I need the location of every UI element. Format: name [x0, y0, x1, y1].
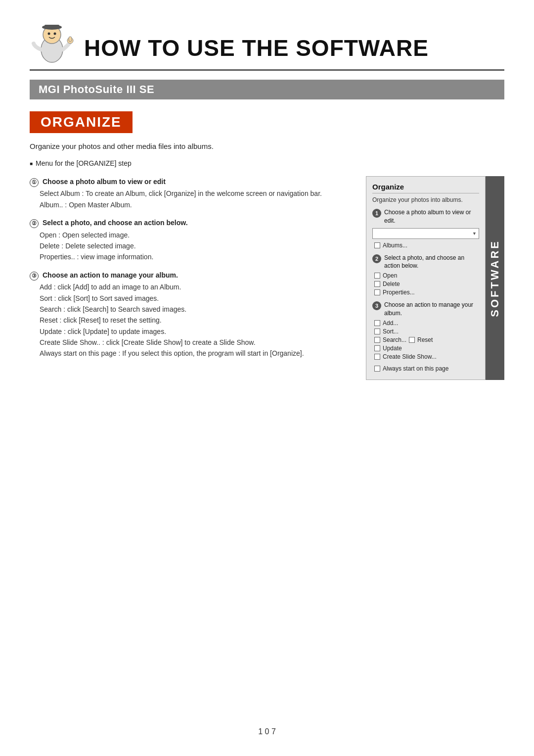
menu-label-text: Menu for the [ORGANIZE] step [36, 159, 132, 167]
instruction-step-3: ③ Choose an action to manage your album.… [30, 270, 351, 359]
update-checkbox[interactable] [374, 345, 380, 351]
step-3-sub-3: Search : click [Search] to Search saved … [40, 304, 351, 315]
sort-label: Sort... [383, 328, 399, 335]
step-2-sub-2: Delete : Delete selected image. [40, 240, 351, 251]
delete-row: Delete [372, 281, 479, 287]
panel-step1-text: Choose a photo album to view or edit. [384, 208, 479, 225]
step-1-sub-1: Select Album : To create an Album, click… [40, 188, 351, 199]
delete-checkbox[interactable] [374, 281, 380, 287]
svg-point-4 [48, 33, 50, 35]
properties-label: Properties... [383, 289, 415, 296]
update-row: Update [372, 345, 479, 352]
always-start-row: Always start on this page [372, 365, 479, 372]
organize-badge: ORGANIZE [30, 111, 133, 133]
step-title-1: Choose a photo album to view or edit [43, 176, 166, 187]
panel-step-2: 2 Select a photo, and choose an action b… [372, 254, 479, 296]
always-start-checkbox[interactable] [374, 366, 380, 372]
main-title: HOW TO USE THE SOFTWARE [84, 35, 429, 64]
add-label: Add... [383, 320, 398, 327]
step-2-sub-1: Open : Open selected image. [40, 230, 351, 240]
instruction-step-1: ① Choose a photo album to view or edit S… [30, 176, 351, 210]
properties-row: Properties... [372, 289, 479, 296]
svg-rect-3 [44, 25, 59, 29]
albums-row: Albums... [372, 242, 479, 249]
step-3-sub-5: Update : click [Update] to update images… [40, 326, 351, 337]
delete-label: Delete [383, 281, 400, 287]
step-3-sub-7: Always start on this page : If you selec… [40, 348, 351, 359]
step-3-sub-1: Add : click [Add] to add an image to an … [40, 282, 351, 292]
open-row: Open [372, 272, 479, 279]
album-dropdown[interactable] [372, 228, 479, 239]
add-row: Add... [372, 320, 479, 327]
software-panel-wrapper: Organize Organize your photos into album… [366, 176, 504, 380]
panel-step2-text: Select a photo, and choose an action bel… [384, 254, 479, 271]
content-area: ① Choose a photo album to view or edit S… [30, 176, 504, 380]
software-tab: SOFTWARE [486, 176, 504, 380]
open-label: Open [383, 272, 397, 279]
panel-step3-text: Choose an action to manage your album. [384, 301, 479, 318]
instruction-step-2: ② Select a photo, and choose an action b… [30, 217, 351, 263]
slideshow-row: Create Slide Show... [372, 353, 479, 360]
slideshow-label: Create Slide Show... [383, 353, 437, 360]
sort-row: Sort... [372, 328, 479, 335]
open-checkbox[interactable] [374, 273, 380, 279]
panel-circle-3: 3 [372, 301, 381, 310]
step-1-subs: Select Album : To create an Album, click… [30, 188, 351, 210]
header: HOW TO USE THE SOFTWARE [30, 20, 504, 71]
step-2-subs: Open : Open selected image. Delete : Del… [30, 230, 351, 263]
page-number: 1 0 7 [258, 727, 276, 736]
reset-label: Reset [417, 336, 433, 343]
update-label: Update [383, 345, 402, 352]
section-title: MGI PhotoSuite III SE [30, 80, 504, 99]
svg-point-5 [54, 33, 56, 35]
slideshow-checkbox[interactable] [374, 354, 380, 360]
svg-rect-7 [69, 37, 72, 42]
panel-step-1: 1 Choose a photo album to view or edit. … [372, 208, 479, 249]
software-tab-text: SOFTWARE [489, 239, 501, 317]
albums-checkbox[interactable] [374, 242, 380, 248]
reset-checkbox[interactable] [409, 337, 415, 343]
step-num-2: ② [30, 219, 39, 228]
search-checkbox[interactable] [374, 337, 380, 343]
panel-desc: Organize your photos into albums. [372, 196, 479, 203]
step-title-3: Choose an action to manage your album. [43, 270, 178, 281]
panel-step-3: 3 Choose an action to manage your album.… [372, 301, 479, 360]
instructions-column: ① Choose a photo album to view or edit S… [30, 176, 351, 366]
step-1-sub-2: Album.. : Open Master Album. [40, 199, 351, 210]
menu-label: Menu for the [ORGANIZE] step [30, 159, 504, 167]
sort-checkbox[interactable] [374, 329, 380, 334]
step-2-sub-3: Properties.. : view image information. [40, 251, 351, 262]
step-title-2: Select a photo, and choose an action bel… [43, 217, 188, 228]
search-label: Search... [383, 336, 406, 343]
properties-checkbox[interactable] [374, 289, 380, 295]
panel-title: Organize [372, 183, 479, 193]
step-num-3: ③ [30, 272, 39, 281]
step-3-sub-4: Reset : click [Reset] to reset the setti… [40, 315, 351, 326]
search-reset-row: Search... Reset [372, 336, 479, 343]
step-num-1: ① [30, 178, 39, 187]
step-3-subs: Add : click [Add] to add an image to an … [30, 282, 351, 359]
albums-label: Albums... [383, 242, 407, 249]
step-3-sub-2: Sort : click [Sort] to Sort saved images… [40, 293, 351, 304]
step-3-sub-6: Create Slide Show.. : click [Create Slid… [40, 337, 351, 348]
page: HOW TO USE THE SOFTWARE MGI PhotoSuite I… [0, 0, 534, 756]
mascot-icon [30, 20, 74, 64]
organize-panel: Organize Organize your photos into album… [366, 176, 486, 380]
intro-description: Organize your photos and other media fil… [30, 142, 504, 150]
add-checkbox[interactable] [374, 320, 380, 326]
always-start-label: Always start on this page [383, 365, 448, 372]
panel-circle-2: 2 [372, 254, 381, 263]
panel-circle-1: 1 [372, 209, 381, 218]
